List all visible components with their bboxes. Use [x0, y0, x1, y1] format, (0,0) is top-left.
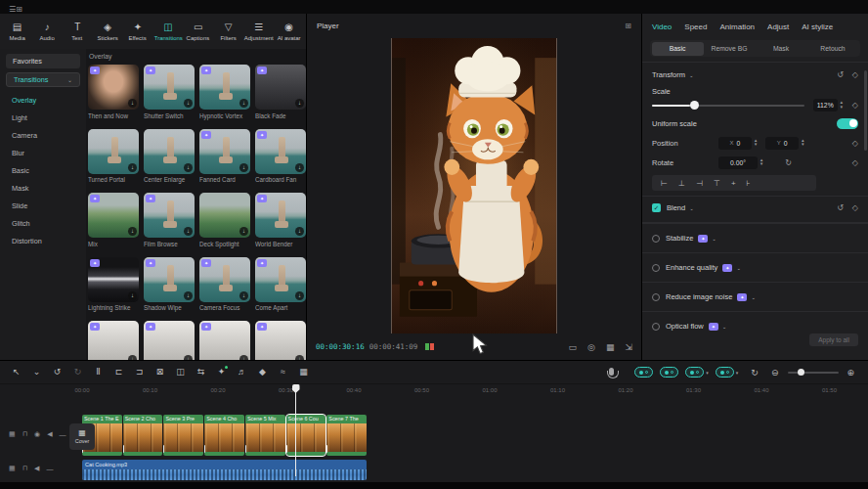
reset-icon[interactable]: ↺ [837, 70, 844, 79]
zoom-out-icon[interactable]: ⊖ [771, 368, 779, 378]
transition-item[interactable]: ✦ ↓ [255, 321, 306, 360]
transition-item[interactable]: ✦ ↓ Center Enlarge [144, 129, 195, 185]
position-x-input[interactable]: X0 [718, 137, 752, 150]
transition-thumbnail[interactable]: ✦ ↓ [144, 257, 195, 302]
keyframe-add-icon[interactable] [660, 367, 678, 378]
track-order-icon[interactable]: ▦ [9, 465, 16, 472]
toolbar-item[interactable]: T Text [63, 22, 93, 41]
chevron-down-icon[interactable]: ⌄ [736, 265, 741, 271]
transition-thumbnail[interactable]: ✦ ↓ [144, 193, 195, 238]
select-tool-caret[interactable]: ⌄ [26, 368, 47, 377]
snapshot-icon[interactable]: ◎ [587, 342, 595, 352]
auto-scroll-icon[interactable]: ↻ [751, 368, 759, 378]
transition-thumbnail[interactable]: ✦ ↓ [88, 193, 139, 238]
keyframe-diamond-icon[interactable]: ◇ [852, 203, 858, 212]
sidebar-item[interactable]: Distortion [0, 232, 86, 249]
transition-item[interactable]: ✦ ↓ Hypnotic Vortex [199, 65, 250, 120]
transition-item[interactable]: ✦ ↓ Shutter Switch [144, 65, 195, 120]
redo-icon[interactable]: ↻ [67, 368, 88, 377]
inspector-tab[interactable]: Animation [719, 22, 755, 31]
chevron-down-icon[interactable]: ⌄ [689, 72, 694, 78]
apply-to-all-button[interactable]: Apply to all [809, 333, 858, 346]
transition-item[interactable]: ✦ ↓ Come Apart [255, 257, 306, 313]
zoom-in-icon[interactable]: ⊕ [846, 368, 854, 378]
transition-item[interactable]: ✦ ↓ Mix [88, 193, 139, 248]
resolution-icon[interactable]: ▦ [606, 342, 615, 352]
toolbar-item[interactable]: ✦ Effects [123, 22, 153, 41]
chevron-down-icon[interactable]: ⌄ [712, 236, 716, 242]
hide-track-icon[interactable]: ◉ [34, 430, 40, 438]
delete-icon[interactable]: ⊠ [150, 368, 170, 377]
transition-item[interactable]: ✦ ↓ Shadow Wipe [144, 257, 195, 313]
record-voiceover-icon[interactable] [609, 368, 614, 376]
transition-item[interactable]: ✦ ↓ Fanned Card [199, 129, 250, 185]
keyframe-prev-icon[interactable] [634, 367, 653, 378]
toolbar-item[interactable]: ♪ Audio [32, 22, 63, 41]
transition-item[interactable]: ✦ ↓ Deck Spotlight [199, 193, 250, 248]
undo-icon[interactable]: ↺ [47, 368, 67, 377]
delete-left-icon[interactable]: ⊏ [108, 368, 129, 377]
inspector-subtab[interactable]: Remove BG [704, 42, 756, 56]
toolbar-item[interactable]: ▤ Media [2, 22, 32, 41]
toolbar-item[interactable]: ☰ Adjustment [243, 22, 274, 41]
settings-icon[interactable]: ⊞ [16, 5, 22, 14]
sidebar-item[interactable]: Overlay [0, 91, 86, 109]
scale-stepper[interactable]: ▲▼ [840, 101, 844, 110]
transition-item[interactable]: ✦ ↓ World Bender [255, 193, 306, 248]
player-options-icon[interactable]: ⊞ [625, 22, 631, 30]
transition-thumbnail[interactable]: ✦ ↓ [255, 65, 306, 110]
toolbar-item[interactable]: ◫ Transitions [152, 22, 183, 41]
lock-track-icon[interactable]: ⊓ [22, 465, 27, 472]
freeze-frame-icon[interactable]: ◫ [170, 368, 191, 377]
transition-thumbnail[interactable]: ✦ ↓ [199, 257, 250, 302]
inspector-tab[interactable]: Speed [684, 22, 707, 31]
transition-thumbnail[interactable]: ✦ ↓ [88, 129, 139, 174]
transition-item[interactable]: ✦ ↓ Lightning Strike [88, 257, 139, 313]
transition-item[interactable]: ✦ ↓ Black Fade [255, 65, 306, 120]
transition-item[interactable]: ✦ ↓ [199, 321, 250, 360]
keyframe-curve-icon[interactable] [716, 367, 734, 378]
align-right-icon[interactable]: ⊣ [696, 179, 703, 188]
sidebar-item[interactable]: Mask [0, 179, 86, 197]
inspector-tab[interactable]: Adjust [767, 22, 789, 31]
rotate-value-input[interactable]: 0.00° [718, 156, 758, 169]
graph-icon[interactable]: ≈ [273, 368, 293, 377]
split-icon[interactable]: Ⅱ [88, 368, 108, 377]
transition-thumbnail[interactable]: ✦ ↓ [199, 65, 250, 110]
delete-right-icon[interactable]: ⊐ [129, 368, 150, 377]
transition-thumbnail[interactable]: ✦ ↓ [88, 321, 139, 360]
transition-item[interactable]: ✦ ↓ Film Browse [144, 193, 195, 248]
crop-icon[interactable]: ▦ [293, 368, 314, 377]
video-clip[interactable]: Scene 3 Pre [163, 415, 203, 456]
select-tool-icon[interactable]: ↖ [6, 368, 26, 377]
video-clip[interactable]: Scene 5 Mix [245, 415, 285, 456]
rotate-dial-icon[interactable]: ↻ [785, 158, 792, 167]
keyframe-diamond-icon[interactable]: ◇ [852, 101, 858, 110]
position-y-input[interactable]: Y0 [765, 137, 799, 150]
scale-value-input[interactable]: 112% [813, 99, 838, 111]
extract-audio-icon[interactable]: ♬ [232, 368, 252, 377]
video-clip[interactable]: Scene 4 Cho [204, 415, 244, 456]
inspector-subtab[interactable]: Basic [652, 42, 704, 56]
transition-item[interactable]: ✦ ↓ [144, 321, 195, 360]
mute-track-icon[interactable]: ◀ [47, 430, 52, 438]
align-bottom-icon[interactable]: ⊦ [747, 179, 751, 188]
transition-item[interactable]: ✦ ↓ [88, 321, 139, 360]
sidebar-item[interactable]: Slide [0, 197, 86, 214]
fullscreen-icon[interactable]: ⇲ [625, 342, 632, 352]
uniform-scale-toggle[interactable] [837, 118, 858, 129]
keyframe-diamond-icon[interactable]: ◇ [852, 139, 858, 148]
chevron-down-icon[interactable]: ⌄ [751, 294, 756, 300]
mute-track-icon[interactable]: ◀ [34, 465, 39, 472]
transition-thumbnail[interactable]: ✦ ↓ [255, 193, 306, 238]
align-vcenter-icon[interactable]: ⊥ [678, 179, 685, 188]
category-dropdown[interactable]: Transitions ⌄ [6, 72, 80, 87]
transition-thumbnail[interactable]: ✦ ↓ [144, 321, 195, 360]
transition-thumbnail[interactable]: ✦ ↓ [199, 129, 250, 174]
sidebar-item[interactable]: Glitch [0, 214, 86, 232]
favorites-button[interactable]: Favorites [6, 54, 80, 68]
transition-thumbnail[interactable]: ✦ ↓ [255, 321, 306, 360]
feature-checkbox[interactable] [652, 293, 660, 301]
collapse-track-icon[interactable]: — [46, 466, 53, 472]
transition-item[interactable]: ✦ ↓ Turned Portal [88, 129, 139, 185]
